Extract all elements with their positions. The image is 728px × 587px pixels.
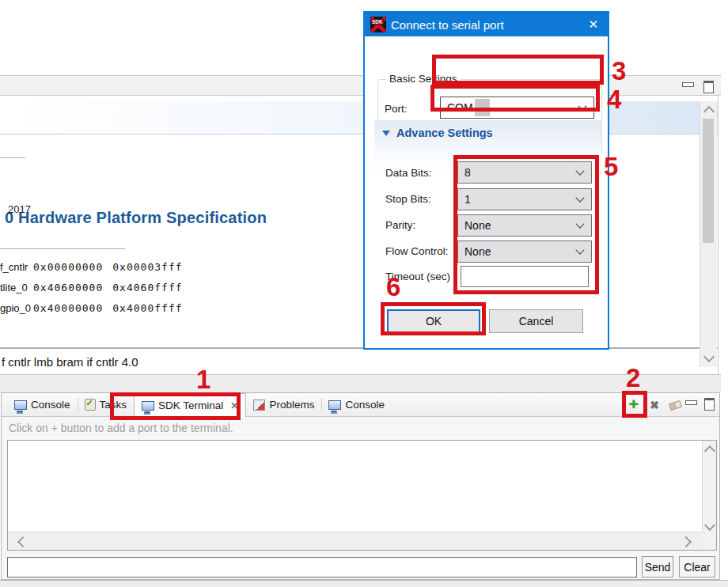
tab-console-1[interactable]: Console xyxy=(7,393,78,416)
terminal-output[interactable] xyxy=(7,440,717,551)
section-title: Advance Settings xyxy=(396,127,493,139)
problems-icon xyxy=(253,400,265,411)
scroll-up-icon[interactable] xyxy=(703,106,715,117)
annotation-number-3: 3 xyxy=(612,58,626,84)
annotation-number-4: 4 xyxy=(607,86,621,112)
divider xyxy=(0,347,719,349)
dialog-titlebar[interactable]: SDK Connect to serial port xyxy=(365,13,608,36)
editor-text-year: 2017 xyxy=(8,203,31,215)
dialog-title: Connect to serial port xyxy=(391,18,504,32)
register-high: 0x4060ffff xyxy=(112,282,182,294)
ip-version-text: f cntlr lmb bram if cntlr 4.0 xyxy=(2,355,138,369)
terminal-vscrollbar[interactable] xyxy=(702,441,716,550)
scroll-up-icon[interactable] xyxy=(704,445,715,456)
annotation-number-1: 1 xyxy=(196,366,210,392)
register-name: gpio_0 xyxy=(0,302,33,314)
terminal-panel: Console Tasks SDK Terminal ✕ Problems Co… xyxy=(1,392,720,580)
register-base: 0x40000000 xyxy=(33,302,103,314)
annotation-box-1 xyxy=(110,392,241,420)
tab-label: Console xyxy=(31,399,70,411)
terminal-hscrollbar[interactable] xyxy=(8,532,703,550)
editor-hscrollbar[interactable] xyxy=(0,374,721,392)
register-base: 0x40600000 xyxy=(33,282,103,294)
divider xyxy=(0,157,25,158)
annotation-number-2: 2 xyxy=(626,365,640,391)
page-title: 0 Hardware Platform Specification xyxy=(5,209,267,227)
editor-vscrollbar[interactable] xyxy=(700,101,717,367)
panel-maximize-icon[interactable] xyxy=(704,398,715,411)
annotation-box-5 xyxy=(453,155,599,294)
register-high: 0x4000ffff xyxy=(112,302,182,314)
status-strip xyxy=(0,580,728,587)
parity-label: Parity: xyxy=(385,219,415,231)
annotation-box-3 xyxy=(432,55,604,85)
register-name: f_cntlr xyxy=(0,261,33,273)
annotation-number-6: 6 xyxy=(386,274,400,300)
scroll-down-icon[interactable] xyxy=(703,351,715,362)
register-name: tlite_0 xyxy=(0,282,33,294)
clear-terminal-button[interactable] xyxy=(668,398,682,412)
console-icon xyxy=(14,400,27,410)
register-row: tlite_00x406000000x4060ffff xyxy=(0,282,183,294)
stop-bits-label: Stop Bits: xyxy=(385,193,431,205)
divider xyxy=(718,94,719,374)
flow-control-label: Flow Control: xyxy=(385,245,449,257)
delete-icon: ✖ xyxy=(650,399,659,411)
scrollbar-thumb[interactable] xyxy=(703,119,714,243)
remove-port-button[interactable]: ✖ xyxy=(647,398,662,412)
register-row: gpio_00x400000000x4000ffff xyxy=(0,302,183,314)
tasks-icon xyxy=(85,399,96,411)
data-bits-label: Data Bits: xyxy=(385,167,432,179)
tab-label: Console xyxy=(345,399,385,411)
collapse-triangle-icon xyxy=(382,131,390,136)
clear-button[interactable]: Clear xyxy=(679,556,715,578)
annotation-box-6 xyxy=(381,302,486,335)
page: 0 Hardware Platform Specification 2017 f… xyxy=(0,0,728,587)
editor-minimize-icon[interactable] xyxy=(682,82,694,87)
eraser-icon xyxy=(668,400,681,410)
tab-problems[interactable]: Problems xyxy=(246,393,321,416)
divider xyxy=(0,248,125,249)
panel-minimize-icon[interactable] xyxy=(685,400,697,405)
sdk-app-icon: SDK xyxy=(370,17,386,32)
terminal-hint: Click on + button to add a port to the t… xyxy=(9,422,233,434)
register-high: 0x00003fff xyxy=(112,261,182,273)
tab-label: Problems xyxy=(269,399,314,411)
annotation-number-5: 5 xyxy=(604,153,618,180)
scroll-down-icon[interactable] xyxy=(704,520,715,531)
scroll-right-icon[interactable] xyxy=(681,536,692,547)
editor-maximize-icon[interactable] xyxy=(703,81,714,93)
close-icon[interactable]: ✕ xyxy=(588,17,598,32)
terminal-send-input[interactable] xyxy=(7,557,637,578)
register-row: f_cntlr0x000000000x00003fff xyxy=(0,261,183,273)
advance-settings-toggle[interactable]: Advance Settings xyxy=(382,127,493,139)
port-label: Port: xyxy=(385,103,408,115)
register-base: 0x00000000 xyxy=(33,261,103,273)
console-icon xyxy=(328,400,341,410)
scroll-left-icon[interactable] xyxy=(17,536,28,547)
tab-console-2[interactable]: Console xyxy=(321,393,392,416)
annotation-box-2 xyxy=(622,391,647,418)
annotation-box-4 xyxy=(430,85,600,112)
cancel-button[interactable]: Cancel xyxy=(489,309,583,333)
send-button[interactable]: Send xyxy=(642,556,673,578)
